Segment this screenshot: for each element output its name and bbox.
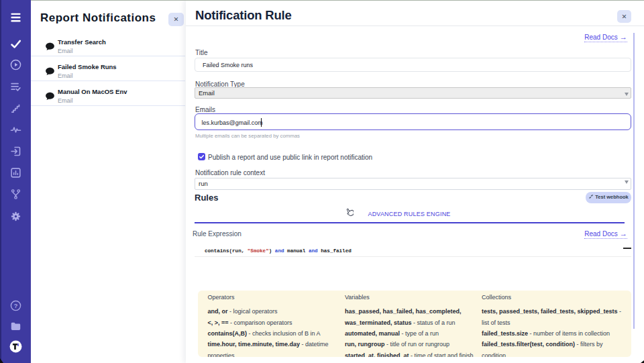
svg-text:?: ?: [14, 303, 18, 309]
